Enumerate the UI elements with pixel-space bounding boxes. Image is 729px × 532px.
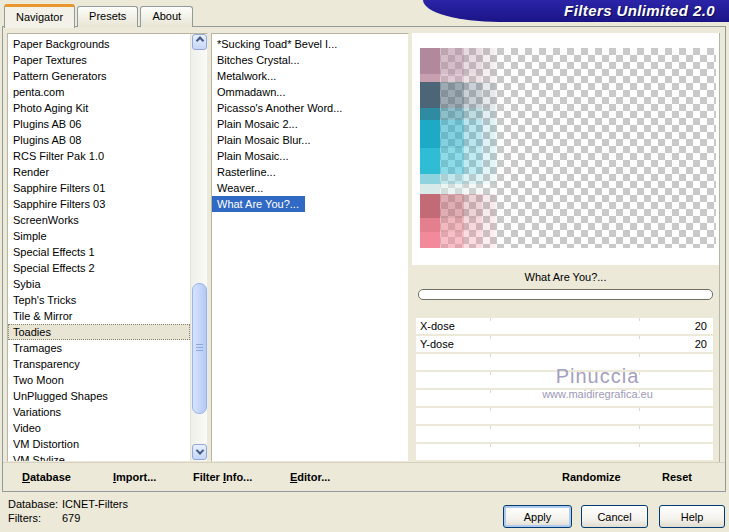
list-item[interactable]: Plugins AB 06 <box>8 116 190 132</box>
list-item[interactable]: Tile & Mirror <box>8 308 190 324</box>
list-item[interactable]: Photo Aging Kit <box>8 100 190 116</box>
slider-row[interactable]: Y-dose20 <box>416 336 713 352</box>
slider-row-empty <box>416 408 713 424</box>
randomize-button[interactable]: Randomize <box>562 471 621 483</box>
list-item[interactable]: Rasterline... <box>212 164 406 180</box>
tab-label: Presets <box>89 10 126 22</box>
cancel-button[interactable]: Cancel <box>581 505 648 528</box>
help-button[interactable]: Help <box>659 505 725 528</box>
list-item[interactable]: penta.com <box>8 84 190 100</box>
status-filters-row: Filters:679 <box>8 511 128 525</box>
list-item[interactable]: Special Effects 1 <box>8 244 190 260</box>
watermark-name: Pinuccia <box>482 365 713 388</box>
list-item[interactable]: Video <box>8 420 190 436</box>
list-item[interactable]: Special Effects 2 <box>8 260 190 276</box>
list-item[interactable]: Plain Mosaic... <box>212 148 406 164</box>
list-item[interactable]: Paper Textures <box>8 52 190 68</box>
progress-bar <box>418 289 713 300</box>
list-item[interactable]: Ommadawn... <box>212 84 406 100</box>
slider-label: Y-dose <box>420 336 454 352</box>
list-item[interactable]: *Sucking Toad* Bevel I... <box>212 36 406 52</box>
list-item[interactable]: ScreenWorks <box>8 212 190 228</box>
filter-info-button[interactable]: Filter Info... <box>193 471 252 483</box>
list-item[interactable]: Tramages <box>8 340 190 356</box>
reset-button[interactable]: Reset <box>662 471 692 483</box>
editor-button[interactable]: Editor... <box>290 471 330 483</box>
slider-row[interactable]: X-dose20 <box>416 318 713 334</box>
filters-label: Filters: <box>8 511 62 525</box>
tab-label: About <box>152 10 181 22</box>
slider-value: 20 <box>695 318 707 334</box>
list-item[interactable]: Render <box>8 164 190 180</box>
list-item[interactable]: UnPlugged Shapes <box>8 388 190 404</box>
selected-filter-name: What Are You?... <box>412 271 719 283</box>
category-listbox: Paper BackgroundsPaper TexturesPattern G… <box>7 33 208 462</box>
database-button[interactable]: Database <box>22 471 71 483</box>
list-item[interactable]: Variations <box>8 404 190 420</box>
chevron-down-icon <box>195 446 203 454</box>
bottom-toolbar: Database Import... Filter Info... Editor… <box>3 462 725 489</box>
list-item[interactable]: VM Stylize <box>8 452 190 462</box>
slider-row-empty <box>416 426 713 442</box>
preview-color-strip <box>420 48 500 248</box>
import-button[interactable]: Import... <box>113 471 156 483</box>
database-value: ICNET-Filters <box>62 498 128 510</box>
tab-presets[interactable]: Presets <box>77 6 138 27</box>
category-items: Paper BackgroundsPaper TexturesPattern G… <box>8 36 190 462</box>
status-area: Database:ICNET-Filters Filters:679 <box>8 497 128 525</box>
tab-bar: Navigator Presets About <box>4 3 193 27</box>
list-item[interactable]: Teph's Tricks <box>8 292 190 308</box>
list-item[interactable]: Transparency <box>8 356 190 372</box>
list-item[interactable]: Plain Mosaic 2... <box>212 116 406 132</box>
list-item[interactable]: Metalwork... <box>212 68 406 84</box>
slider-row-empty <box>416 444 713 460</box>
apply-button[interactable]: Apply <box>503 505 572 528</box>
list-item[interactable]: Sybia <box>8 276 190 292</box>
list-item[interactable]: What Are You?... <box>212 196 305 212</box>
list-item[interactable]: Pattern Generators <box>8 68 190 84</box>
preview-image <box>420 48 716 248</box>
tab-navigator[interactable]: Navigator <box>4 4 75 28</box>
list-item[interactable]: Plugins AB 08 <box>8 132 190 148</box>
list-item[interactable]: Paper Backgrounds <box>8 36 190 52</box>
list-item[interactable]: Picasso's Another Word... <box>212 100 406 116</box>
database-label: Database: <box>8 497 62 511</box>
list-item[interactable]: Bitches Crystal... <box>212 52 406 68</box>
chevron-up-icon <box>195 36 203 44</box>
list-item[interactable]: Two Moon <box>8 372 190 388</box>
navigator-tab-page: Paper BackgroundsPaper TexturesPattern G… <box>2 26 726 492</box>
slider-value: 20 <box>695 336 707 352</box>
list-item[interactable]: Sapphire Filters 03 <box>8 196 190 212</box>
filter-controls: What Are You?... X-dose20Y-dose20 Pinucc… <box>412 265 719 462</box>
list-item[interactable]: Sapphire Filters 01 <box>8 180 190 196</box>
app-title: Filters Unlimited 2.0 <box>564 2 715 19</box>
filter-items: *Sucking Toad* Bevel I...Bitches Crystal… <box>212 36 406 212</box>
tab-about[interactable]: About <box>140 6 193 27</box>
list-item[interactable]: RCS Filter Pak 1.0 <box>8 148 190 164</box>
slider-label: X-dose <box>420 318 455 334</box>
status-database-row: Database:ICNET-Filters <box>8 497 128 511</box>
list-item[interactable]: Weaver... <box>212 180 406 196</box>
filter-listbox: *Sucking Toad* Bevel I...Bitches Crystal… <box>211 33 409 462</box>
title-banner: Filters Unlimited 2.0 <box>423 0 729 22</box>
list-item[interactable]: Plain Mosaic Blur... <box>212 132 406 148</box>
list-item[interactable]: Toadies <box>8 324 190 340</box>
scroll-down-button[interactable] <box>192 444 207 460</box>
list-item[interactable]: VM Distortion <box>8 436 190 452</box>
filters-value: 679 <box>62 512 80 524</box>
watermark-url: www.maidiregrafica.eu <box>482 388 713 400</box>
tab-label: Navigator <box>16 11 63 23</box>
list-item[interactable]: Simple <box>8 228 190 244</box>
category-scrollbar[interactable] <box>190 34 207 461</box>
preview-panel: What Are You?... X-dose20Y-dose20 Pinucc… <box>412 33 720 462</box>
scroll-up-button[interactable] <box>192 34 207 50</box>
scrollbar-thumb[interactable] <box>192 283 207 414</box>
